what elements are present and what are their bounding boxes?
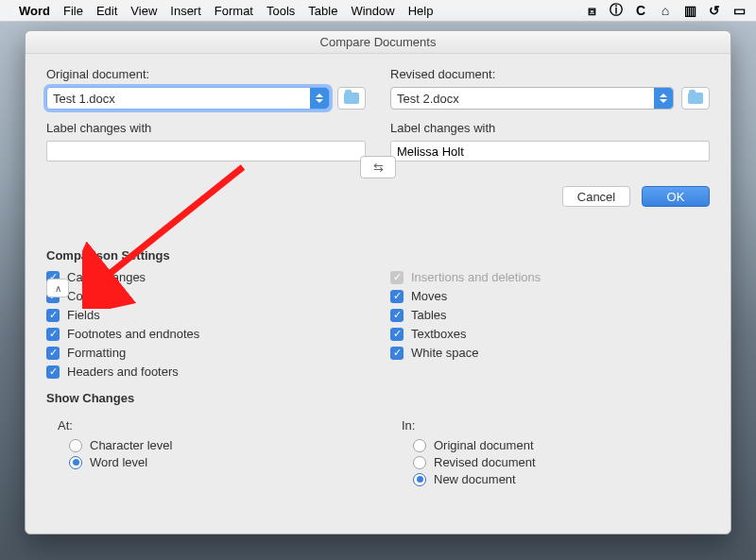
checks-right: ✓Insertions and deletions ✓Moves ✓Tables…: [390, 270, 710, 383]
ok-button[interactable]: OK: [642, 186, 710, 207]
checkbox-headers-footers[interactable]: ✓: [46, 365, 60, 379]
check-label: Formatting: [67, 346, 126, 360]
original-document-value: Test 1.docx: [53, 92, 115, 106]
check-label: White space: [411, 346, 479, 360]
dialog-content: Original document: Test 1.docx Label cha…: [26, 54, 730, 534]
display-icon[interactable]: ▥: [682, 3, 697, 18]
original-column: Original document: Test 1.docx Label cha…: [46, 67, 366, 161]
revised-document-value: Test 2.docx: [397, 92, 459, 106]
radio-label: Word level: [90, 455, 147, 469]
dialog-title: Compare Documents: [26, 31, 730, 54]
at-label: At:: [58, 418, 366, 433]
revised-document-select[interactable]: Test 2.docx: [390, 87, 674, 110]
revised-author-input[interactable]: [390, 141, 710, 161]
menu-help[interactable]: Help: [408, 4, 434, 18]
radio-label: Revised document: [434, 455, 536, 469]
radio-new-document[interactable]: [413, 473, 426, 486]
show-at-group: At: Character level Word level: [46, 413, 366, 489]
menu-file[interactable]: File: [63, 4, 83, 18]
show-in-group: In: Original document Revised document N…: [390, 413, 710, 489]
original-author-label: Label changes with: [46, 121, 366, 135]
sync-icon[interactable]: C: [633, 3, 648, 18]
original-label: Original document:: [46, 67, 366, 81]
original-author-input[interactable]: [46, 141, 366, 161]
comparison-settings-heading: Comparison Settings: [46, 248, 710, 263]
app-name[interactable]: Word: [19, 4, 50, 18]
in-label: In:: [402, 418, 710, 433]
radio-label: Original document: [434, 438, 534, 452]
checks-left: ✓Case changes ✓Comments ✓Fields ✓Footnot…: [46, 270, 366, 383]
checkbox-textboxes[interactable]: ✓: [390, 328, 404, 341]
radio-label: Character level: [90, 438, 172, 452]
compare-documents-dialog: Compare Documents Original document: Tes…: [25, 30, 731, 535]
revised-label: Revised document:: [390, 67, 710, 81]
svg-line-0: [101, 167, 243, 280]
check-label: Case changes: [67, 270, 146, 284]
dropbox-icon[interactable]: ⧈: [584, 3, 599, 18]
checkbox-insertions-deletions: ✓: [390, 271, 404, 284]
chevron-updown-icon: [654, 88, 673, 109]
radio-label: New document: [434, 472, 516, 486]
menu-edit[interactable]: Edit: [96, 4, 117, 18]
revised-column: Revised document: Test 2.docx Label chan…: [390, 67, 710, 161]
check-label: Headers and footers: [67, 365, 179, 379]
check-label: Comments: [67, 289, 127, 303]
menubar: Word File Edit View Insert Format Tools …: [0, 0, 756, 22]
radio-original-document[interactable]: [413, 439, 426, 452]
check-label: Moves: [411, 289, 447, 303]
info-icon[interactable]: ⓘ: [609, 3, 624, 18]
revised-author-label: Label changes with: [390, 121, 710, 135]
home-icon[interactable]: ⌂: [658, 3, 673, 18]
original-document-select[interactable]: Test 1.docx: [46, 87, 330, 110]
check-label: Footnotes and endnotes: [67, 327, 199, 341]
screen-icon[interactable]: ▭: [731, 3, 747, 18]
menu-table[interactable]: Table: [308, 4, 337, 18]
checkbox-tables[interactable]: ✓: [390, 309, 404, 322]
checkbox-moves[interactable]: ✓: [390, 290, 404, 303]
cancel-button[interactable]: Cancel: [562, 186, 630, 207]
chevron-updown-icon: [310, 88, 329, 109]
check-label: Textboxes: [411, 327, 467, 341]
menu-format[interactable]: Format: [215, 4, 253, 18]
radio-character-level[interactable]: [69, 439, 82, 452]
menu-tools[interactable]: Tools: [266, 4, 295, 18]
chevron-up-icon: ∧: [55, 283, 61, 294]
menubar-right: ⧈ ⓘ C ⌂ ▥ ↺ ▭: [584, 3, 747, 18]
radio-revised-document[interactable]: [413, 456, 426, 469]
swap-icon: ⇆: [373, 161, 384, 175]
check-label: Tables: [411, 308, 447, 322]
swap-documents-button[interactable]: ⇆: [360, 156, 396, 178]
menu-window[interactable]: Window: [351, 4, 394, 18]
show-changes-heading: Show Changes: [46, 391, 710, 405]
collapse-button[interactable]: ∧: [46, 279, 69, 297]
folder-icon: [688, 93, 703, 104]
menu-view[interactable]: View: [130, 4, 157, 18]
checkbox-footnotes[interactable]: ✓: [46, 328, 60, 341]
folder-icon: [344, 93, 359, 104]
checkbox-formatting[interactable]: ✓: [46, 347, 60, 360]
checkbox-fields[interactable]: ✓: [46, 309, 60, 322]
revised-browse-button[interactable]: [681, 87, 710, 110]
check-label: Insertions and deletions: [411, 270, 541, 284]
original-browse-button[interactable]: [337, 87, 366, 110]
checkbox-whitespace[interactable]: ✓: [390, 347, 404, 360]
clock-icon[interactable]: ↺: [707, 3, 722, 18]
check-label: Fields: [67, 308, 100, 322]
menu-insert[interactable]: Insert: [170, 4, 201, 18]
radio-word-level[interactable]: [69, 456, 82, 469]
